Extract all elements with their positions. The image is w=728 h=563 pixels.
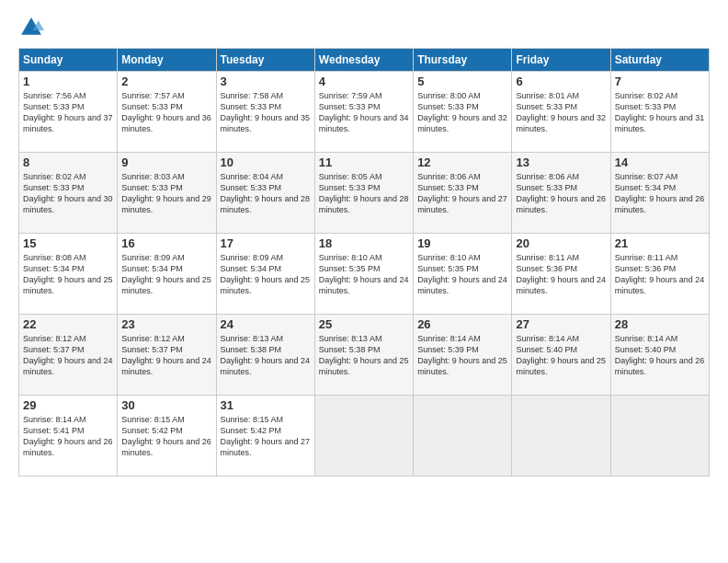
- day-number: 8: [23, 155, 113, 169]
- calendar-cell: 19 Sunrise: 8:10 AM Sunset: 5:35 PM Dayl…: [414, 234, 512, 315]
- day-number: 18: [319, 236, 409, 250]
- cell-content: Sunrise: 8:14 AM Sunset: 5:39 PM Dayligh…: [417, 333, 507, 378]
- calendar-cell: 18 Sunrise: 8:10 AM Sunset: 5:35 PM Dayl…: [314, 234, 413, 315]
- calendar-cell: [512, 396, 610, 477]
- calendar-cell: 8 Sunrise: 8:02 AM Sunset: 5:33 PM Dayli…: [19, 153, 118, 234]
- cell-content: Sunrise: 8:13 AM Sunset: 5:38 PM Dayligh…: [319, 333, 409, 378]
- calendar-table: SundayMondayTuesdayWednesdayThursdayFrid…: [18, 48, 710, 477]
- cell-content: Sunrise: 8:15 AM Sunset: 5:42 PM Dayligh…: [121, 414, 211, 459]
- calendar-cell: 16 Sunrise: 8:09 AM Sunset: 5:34 PM Dayl…: [118, 234, 216, 315]
- day-number: 3: [221, 75, 311, 88]
- day-number: 12: [417, 155, 507, 169]
- day-number: 24: [221, 317, 311, 331]
- page: SundayMondayTuesdayWednesdayThursdayFrid…: [0, 0, 728, 563]
- day-number: 28: [615, 317, 705, 331]
- logo-icon: [18, 15, 44, 40]
- header: [18, 15, 710, 40]
- day-number: 15: [23, 236, 113, 250]
- logo: [18, 15, 48, 40]
- day-number: 25: [319, 317, 409, 331]
- day-number: 13: [516, 155, 606, 169]
- weekday-header-monday: Monday: [118, 49, 216, 72]
- day-number: 9: [121, 155, 211, 169]
- cell-content: Sunrise: 8:08 AM Sunset: 5:34 PM Dayligh…: [23, 252, 113, 297]
- cell-content: Sunrise: 8:02 AM Sunset: 5:33 PM Dayligh…: [23, 171, 113, 216]
- weekday-header-thursday: Thursday: [414, 49, 512, 72]
- calendar-cell: [610, 396, 709, 477]
- day-number: 26: [417, 317, 507, 331]
- cell-content: Sunrise: 8:12 AM Sunset: 5:37 PM Dayligh…: [23, 333, 113, 378]
- day-number: 10: [221, 155, 311, 169]
- cell-content: Sunrise: 8:09 AM Sunset: 5:34 PM Dayligh…: [221, 252, 311, 297]
- calendar-cell: 1 Sunrise: 7:56 AM Sunset: 5:33 PM Dayli…: [19, 72, 118, 153]
- cell-content: Sunrise: 7:56 AM Sunset: 5:33 PM Dayligh…: [23, 90, 113, 135]
- calendar-week-5: 29 Sunrise: 8:14 AM Sunset: 5:41 PM Dayl…: [19, 396, 710, 477]
- cell-content: Sunrise: 7:57 AM Sunset: 5:33 PM Dayligh…: [121, 90, 211, 135]
- calendar-cell: [414, 396, 512, 477]
- calendar-cell: 6 Sunrise: 8:01 AM Sunset: 5:33 PM Dayli…: [512, 72, 610, 153]
- day-number: 31: [221, 398, 311, 412]
- cell-content: Sunrise: 8:14 AM Sunset: 5:41 PM Dayligh…: [23, 414, 113, 459]
- calendar-cell: 15 Sunrise: 8:08 AM Sunset: 5:34 PM Dayl…: [19, 234, 118, 315]
- calendar-cell: 12 Sunrise: 8:06 AM Sunset: 5:33 PM Dayl…: [414, 153, 512, 234]
- calendar-cell: 17 Sunrise: 8:09 AM Sunset: 5:34 PM Dayl…: [216, 234, 314, 315]
- calendar-cell: 27 Sunrise: 8:14 AM Sunset: 5:40 PM Dayl…: [512, 315, 610, 396]
- calendar-cell: 14 Sunrise: 8:07 AM Sunset: 5:34 PM Dayl…: [610, 153, 709, 234]
- cell-content: Sunrise: 8:11 AM Sunset: 5:36 PM Dayligh…: [516, 252, 606, 297]
- calendar-cell: 13 Sunrise: 8:06 AM Sunset: 5:33 PM Dayl…: [512, 153, 610, 234]
- calendar-cell: 5 Sunrise: 8:00 AM Sunset: 5:33 PM Dayli…: [414, 72, 512, 153]
- calendar-cell: 28 Sunrise: 8:14 AM Sunset: 5:40 PM Dayl…: [610, 315, 709, 396]
- cell-content: Sunrise: 8:06 AM Sunset: 5:33 PM Dayligh…: [516, 171, 606, 216]
- calendar-cell: 7 Sunrise: 8:02 AM Sunset: 5:33 PM Dayli…: [610, 72, 709, 153]
- cell-content: Sunrise: 8:14 AM Sunset: 5:40 PM Dayligh…: [615, 333, 705, 378]
- calendar-cell: 4 Sunrise: 7:59 AM Sunset: 5:33 PM Dayli…: [314, 72, 413, 153]
- cell-content: Sunrise: 8:07 AM Sunset: 5:34 PM Dayligh…: [615, 171, 705, 216]
- day-number: 14: [615, 155, 705, 169]
- day-number: 20: [516, 236, 606, 250]
- calendar-cell: 22 Sunrise: 8:12 AM Sunset: 5:37 PM Dayl…: [19, 315, 118, 396]
- calendar-cell: 21 Sunrise: 8:11 AM Sunset: 5:36 PM Dayl…: [610, 234, 709, 315]
- day-number: 23: [121, 317, 211, 331]
- day-number: 17: [221, 236, 311, 250]
- cell-content: Sunrise: 8:03 AM Sunset: 5:33 PM Dayligh…: [121, 171, 211, 216]
- day-number: 29: [23, 398, 113, 412]
- cell-content: Sunrise: 7:58 AM Sunset: 5:33 PM Dayligh…: [221, 90, 311, 135]
- calendar-cell: 26 Sunrise: 8:14 AM Sunset: 5:39 PM Dayl…: [414, 315, 512, 396]
- cell-content: Sunrise: 8:13 AM Sunset: 5:38 PM Dayligh…: [221, 333, 311, 378]
- cell-content: Sunrise: 8:12 AM Sunset: 5:37 PM Dayligh…: [121, 333, 211, 378]
- calendar-week-3: 15 Sunrise: 8:08 AM Sunset: 5:34 PM Dayl…: [19, 234, 710, 315]
- day-number: 2: [121, 75, 211, 88]
- calendar-cell: 2 Sunrise: 7:57 AM Sunset: 5:33 PM Dayli…: [118, 72, 216, 153]
- day-number: 7: [615, 75, 705, 88]
- cell-content: Sunrise: 8:02 AM Sunset: 5:33 PM Dayligh…: [615, 90, 705, 135]
- calendar-cell: 3 Sunrise: 7:58 AM Sunset: 5:33 PM Dayli…: [216, 72, 314, 153]
- calendar-cell: [314, 396, 413, 477]
- calendar-cell: 31 Sunrise: 8:15 AM Sunset: 5:42 PM Dayl…: [216, 396, 314, 477]
- weekday-header-friday: Friday: [512, 49, 610, 72]
- weekday-header-saturday: Saturday: [610, 49, 709, 72]
- cell-content: Sunrise: 8:01 AM Sunset: 5:33 PM Dayligh…: [516, 90, 606, 135]
- cell-content: Sunrise: 8:11 AM Sunset: 5:36 PM Dayligh…: [615, 252, 705, 297]
- calendar-cell: 24 Sunrise: 8:13 AM Sunset: 5:38 PM Dayl…: [216, 315, 314, 396]
- day-number: 4: [319, 75, 409, 88]
- calendar-week-2: 8 Sunrise: 8:02 AM Sunset: 5:33 PM Dayli…: [19, 153, 710, 234]
- calendar-cell: 9 Sunrise: 8:03 AM Sunset: 5:33 PM Dayli…: [118, 153, 216, 234]
- weekday-header-tuesday: Tuesday: [216, 49, 314, 72]
- calendar-week-4: 22 Sunrise: 8:12 AM Sunset: 5:37 PM Dayl…: [19, 315, 710, 396]
- cell-content: Sunrise: 8:10 AM Sunset: 5:35 PM Dayligh…: [417, 252, 507, 297]
- cell-content: Sunrise: 8:14 AM Sunset: 5:40 PM Dayligh…: [516, 333, 606, 378]
- day-number: 16: [121, 236, 211, 250]
- calendar-cell: 11 Sunrise: 8:05 AM Sunset: 5:33 PM Dayl…: [314, 153, 413, 234]
- day-number: 27: [516, 317, 606, 331]
- cell-content: Sunrise: 8:15 AM Sunset: 5:42 PM Dayligh…: [221, 414, 311, 459]
- day-number: 11: [319, 155, 409, 169]
- cell-content: Sunrise: 8:04 AM Sunset: 5:33 PM Dayligh…: [221, 171, 311, 216]
- calendar-week-1: 1 Sunrise: 7:56 AM Sunset: 5:33 PM Dayli…: [19, 72, 710, 153]
- calendar-cell: 29 Sunrise: 8:14 AM Sunset: 5:41 PM Dayl…: [19, 396, 118, 477]
- cell-content: Sunrise: 8:10 AM Sunset: 5:35 PM Dayligh…: [319, 252, 409, 297]
- day-number: 21: [615, 236, 705, 250]
- day-number: 19: [417, 236, 507, 250]
- weekday-header-wednesday: Wednesday: [314, 49, 413, 72]
- cell-content: Sunrise: 8:00 AM Sunset: 5:33 PM Dayligh…: [417, 90, 507, 135]
- cell-content: Sunrise: 7:59 AM Sunset: 5:33 PM Dayligh…: [319, 90, 409, 135]
